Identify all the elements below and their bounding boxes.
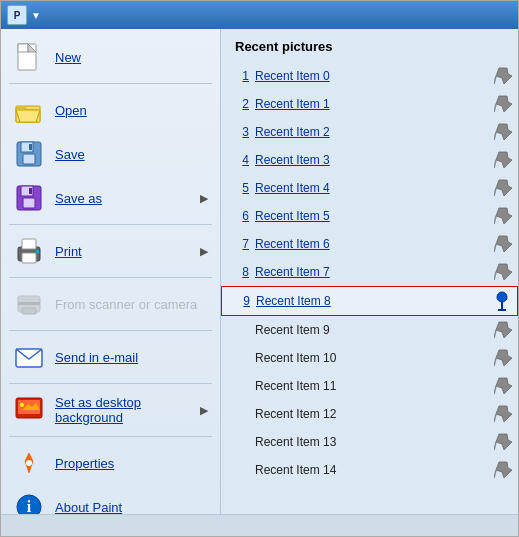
print-label: Print [55, 244, 200, 259]
recent-item-name-14: Recent Item 14 [255, 463, 488, 477]
menu-item-new[interactable]: New [1, 35, 220, 79]
menu-item-scanner: From scanner or camera [1, 282, 220, 326]
recent-item-10[interactable]: Recent Item 10 [221, 344, 518, 372]
recent-item-name-8: Recent Item 8 [256, 294, 487, 308]
svg-line-46 [494, 470, 496, 478]
recent-item-num-5: 6 [235, 209, 249, 223]
recent-item-pin-icon-7[interactable] [492, 261, 514, 283]
saveas-icon [13, 182, 45, 214]
desktop-icon [13, 394, 45, 426]
recent-item-3[interactable]: 4Recent Item 3 [221, 146, 518, 174]
recent-item-name-4: Recent Item 4 [255, 181, 488, 195]
recent-item-pin-icon-14[interactable] [492, 459, 514, 481]
separator-2 [9, 224, 212, 225]
svg-rect-9 [23, 154, 35, 164]
recent-item-pin-icon-3[interactable] [492, 149, 514, 171]
about-icon: i [13, 491, 45, 514]
menu-item-email[interactable]: Send in e-mail [1, 335, 220, 379]
recent-item-0[interactable]: 1Recent Item 0 [221, 62, 518, 90]
svg-line-41 [494, 330, 496, 338]
recent-item-num-2: 3 [235, 125, 249, 139]
save-icon [13, 138, 45, 170]
recent-item-pin-icon-1[interactable] [492, 93, 514, 115]
separator-4 [9, 330, 212, 331]
left-menu: New Open [1, 29, 221, 514]
recent-item-name-5: Recent Item 5 [255, 209, 488, 223]
recent-item-pin-icon-9[interactable] [492, 319, 514, 341]
svg-line-45 [494, 442, 496, 450]
recent-item-2[interactable]: 3Recent Item 2 [221, 118, 518, 146]
recent-item-12[interactable]: Recent Item 12 [221, 400, 518, 428]
recent-item-pin-icon-13[interactable] [492, 431, 514, 453]
bottom-bar [1, 514, 518, 536]
svg-point-27 [26, 460, 32, 466]
new-icon [13, 41, 45, 73]
title-bar: P ▼ [1, 1, 518, 29]
recent-item-num-4: 5 [235, 181, 249, 195]
menu-item-saveas[interactable]: Save as ▶ [1, 176, 220, 220]
svg-line-35 [494, 216, 496, 224]
recent-item-name-2: Recent Item 2 [255, 125, 488, 139]
recent-item-14[interactable]: Recent Item 14 [221, 456, 518, 484]
title-bar-arrow[interactable]: ▼ [31, 10, 41, 21]
recent-item-num-3: 4 [235, 153, 249, 167]
menu-item-open[interactable]: Open [1, 88, 220, 132]
svg-line-33 [494, 160, 496, 168]
title-icon-letter: P [14, 10, 21, 21]
recent-item-pin-icon-0[interactable] [492, 65, 514, 87]
menu-item-print[interactable]: Print ▶ [1, 229, 220, 273]
svg-line-34 [494, 188, 496, 196]
menu-item-properties[interactable]: Properties [1, 441, 220, 485]
svg-line-37 [494, 272, 496, 280]
svg-line-36 [494, 244, 496, 252]
recent-item-num-7: 8 [235, 265, 249, 279]
recent-item-1[interactable]: 2Recent Item 1 [221, 90, 518, 118]
svg-text:i: i [27, 498, 32, 514]
menu-item-save[interactable]: Save [1, 132, 220, 176]
saveas-label: Save as [55, 191, 200, 206]
recent-item-name-9: Recent Item 9 [255, 323, 488, 337]
recent-item-pin-icon-8[interactable] [491, 290, 513, 312]
recent-item-num-1: 2 [235, 97, 249, 111]
svg-rect-14 [29, 188, 32, 194]
recent-item-4[interactable]: 5Recent Item 4 [221, 174, 518, 202]
menu-item-desktop[interactable]: Set as desktop background ▶ [1, 388, 220, 432]
recent-item-8[interactable]: 9Recent Item 8 [221, 286, 518, 316]
recent-item-pin-icon-10[interactable] [492, 347, 514, 369]
svg-rect-21 [18, 302, 40, 305]
save-label: Save [55, 147, 208, 162]
properties-label: Properties [55, 456, 208, 471]
recent-item-7[interactable]: 8Recent Item 7 [221, 258, 518, 286]
menu-item-about[interactable]: i About Paint [1, 485, 220, 514]
recent-item-name-6: Recent Item 6 [255, 237, 488, 251]
svg-rect-17 [22, 253, 36, 263]
print-icon [13, 235, 45, 267]
recent-item-11[interactable]: Recent Item 11 [221, 372, 518, 400]
svg-point-26 [20, 403, 24, 407]
separator-5 [9, 383, 212, 384]
open-label: Open [55, 103, 208, 118]
desktop-label: Set as desktop background [55, 395, 200, 425]
recent-item-name-11: Recent Item 11 [255, 379, 488, 393]
recent-item-pin-icon-4[interactable] [492, 177, 514, 199]
print-arrow: ▶ [200, 245, 208, 258]
recent-item-6[interactable]: 7Recent Item 6 [221, 230, 518, 258]
recent-item-pin-icon-11[interactable] [492, 375, 514, 397]
recent-item-pin-icon-6[interactable] [492, 233, 514, 255]
recent-item-pin-icon-5[interactable] [492, 205, 514, 227]
recent-item-13[interactable]: Recent Item 13 [221, 428, 518, 456]
separator-3 [9, 277, 212, 278]
recent-item-name-0: Recent Item 0 [255, 69, 488, 83]
saveas-arrow: ▶ [200, 192, 208, 205]
svg-rect-10 [29, 144, 32, 150]
recent-item-pin-icon-2[interactable] [492, 121, 514, 143]
email-label: Send in e-mail [55, 350, 208, 365]
svg-point-38 [497, 292, 507, 302]
scanner-icon [13, 288, 45, 320]
open-icon [13, 94, 45, 126]
recent-item-5[interactable]: 6Recent Item 5 [221, 202, 518, 230]
about-label: About Paint [55, 500, 208, 515]
recent-item-pin-icon-12[interactable] [492, 403, 514, 425]
recent-item-9[interactable]: Recent Item 9 [221, 316, 518, 344]
recent-list: 1Recent Item 0 2Recent Item 1 3Recent It… [221, 60, 518, 514]
